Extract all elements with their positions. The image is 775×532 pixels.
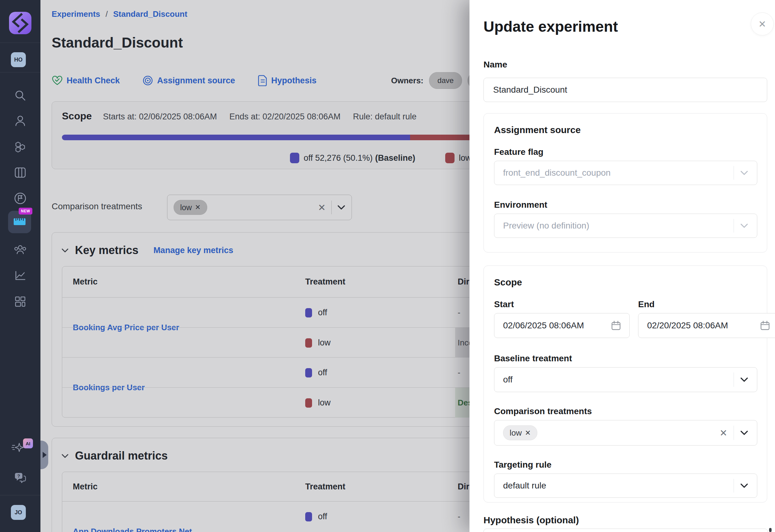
- assignment-source-title: Assignment source: [494, 125, 581, 135]
- collapse-chevron-icon[interactable]: [61, 248, 69, 253]
- clear-select-icon[interactable]: ✕: [720, 428, 727, 438]
- treatment-name: low: [318, 388, 331, 418]
- legend-swatch-off: [290, 153, 299, 163]
- svg-text:?: ?: [17, 473, 20, 479]
- col-metric: Metric: [73, 266, 98, 297]
- flag-circle-icon[interactable]: [13, 192, 27, 205]
- scope-ends-at: Ends at: 02/20/2025 08:06AM: [229, 112, 340, 122]
- breadcrumb-separator: /: [105, 9, 108, 19]
- remove-tag-icon[interactable]: ✕: [525, 429, 531, 437]
- name-input[interactable]: Standard_Discount: [484, 78, 767, 102]
- chevron-down-icon[interactable]: [337, 205, 345, 210]
- chevron-down-icon: [740, 483, 748, 488]
- hypothesis-textarea[interactable]: [484, 529, 768, 532]
- breadcrumb: Experiments / Standard_Discount: [52, 9, 187, 19]
- health-check-link[interactable]: Health Check: [52, 75, 120, 86]
- baseline-treatment-select[interactable]: off: [494, 367, 757, 392]
- treatment-name: low: [318, 328, 331, 358]
- clear-select-icon[interactable]: ✕: [318, 202, 326, 213]
- comparison-treatments-label: Comparison treatments: [52, 201, 142, 211]
- calendar-icon[interactable]: [760, 321, 770, 331]
- drawer-title: Update experiment: [484, 18, 618, 35]
- hypothesis-link[interactable]: Hypothesis: [257, 75, 317, 86]
- treatment-swatch-off: [305, 512, 312, 521]
- collapse-chevron-icon[interactable]: [61, 454, 69, 458]
- comparison-treatments-select[interactable]: low ✕ ✕: [494, 420, 757, 446]
- ruler-icon: [13, 217, 26, 227]
- scope-rule: Rule: default rule: [353, 112, 417, 122]
- ai-badge: AI: [23, 438, 33, 448]
- user-avatar-badge[interactable]: JO: [11, 505, 26, 520]
- sidebar-divider: [0, 43, 40, 43]
- dashboard-grid-icon[interactable]: [13, 295, 27, 308]
- end-label: End: [638, 299, 655, 309]
- comparison-treatments-select[interactable]: low ✕ ✕: [167, 195, 352, 220]
- treatment-swatch-low: [305, 398, 312, 408]
- sidebar-divider: [0, 72, 40, 72]
- treatment-tag-label: low: [180, 203, 192, 212]
- feature-flag-value: front_end_discount_coupon: [503, 168, 611, 178]
- treatment-name: off: [318, 502, 327, 531]
- targeting-rule-select[interactable]: default rule: [494, 474, 757, 498]
- scope-title: Scope: [494, 277, 522, 288]
- search-icon[interactable]: [13, 89, 27, 102]
- treatment-tag-low[interactable]: low ✕: [503, 425, 537, 440]
- owners-label: Owners:: [391, 76, 424, 86]
- close-icon[interactable]: ✕: [751, 12, 774, 35]
- start-date-value: 02/06/2025 08:06AM: [503, 321, 584, 331]
- treatment-swatch-off: [305, 308, 312, 317]
- chevron-down-icon: [740, 430, 748, 435]
- key-metrics-title: Key metrics: [75, 244, 138, 257]
- expand-arrow-icon: [43, 452, 47, 458]
- people-icon[interactable]: [13, 243, 27, 257]
- breadcrumb-current[interactable]: Standard_Discount: [113, 9, 187, 19]
- hexagons-icon[interactable]: [13, 140, 27, 154]
- new-badge: NEW: [19, 208, 32, 215]
- chevron-down-icon: [740, 223, 748, 228]
- allocation-segment-off: [62, 135, 410, 140]
- treatment-tag-low[interactable]: low ✕: [174, 200, 207, 215]
- end-date-input[interactable]: 02/20/2025 08:06AM: [638, 313, 775, 338]
- environment-value: Preview (no definition): [503, 221, 589, 231]
- project-badge[interactable]: HO: [11, 52, 26, 67]
- comparison-treatments-label: Comparison treatments: [494, 406, 592, 416]
- legend-label-off: off 52,276 (50.1%): [304, 153, 373, 163]
- sidebar: HO NEW: [0, 0, 40, 532]
- end-date-value: 02/20/2025 08:06AM: [647, 321, 728, 331]
- allocation-legend: off 52,276 (50.1%) (Baseline) low: [290, 153, 471, 163]
- start-label: Start: [494, 299, 514, 309]
- treatment-swatch-off: [305, 368, 312, 377]
- treatment-name: off: [318, 358, 327, 387]
- assignment-source-card: Assignment source Feature flag front_end…: [484, 113, 767, 252]
- app-window: HO NEW: [0, 0, 775, 532]
- drawer-scrollbar[interactable]: [769, 528, 772, 532]
- remove-tag-icon[interactable]: ✕: [195, 203, 201, 211]
- sidebar-expand-handle[interactable]: [40, 441, 48, 469]
- help-chat-icon[interactable]: ?: [13, 471, 27, 485]
- user-icon[interactable]: [13, 114, 27, 127]
- chevron-down-icon: [740, 170, 748, 175]
- hypothesis-label: Hypothesis: [271, 76, 317, 86]
- col-metric: Metric: [73, 472, 98, 501]
- start-date-input[interactable]: 02/06/2025 08:06AM: [494, 313, 630, 338]
- page-title: Standard_Discount: [52, 34, 183, 51]
- col-treatment: Treatment: [305, 472, 345, 501]
- manage-key-metrics-link[interactable]: Manage key metrics: [153, 246, 233, 255]
- baseline-treatment-value: off: [503, 375, 513, 385]
- line-chart-icon[interactable]: [13, 269, 27, 282]
- select-divider: [331, 201, 332, 214]
- app-logo-icon[interactable]: [8, 11, 32, 35]
- targeting-rule-value: default rule: [503, 481, 546, 491]
- col-treatment: Treatment: [305, 266, 345, 297]
- feature-flag-select[interactable]: front_end_discount_coupon: [494, 161, 757, 185]
- calendar-icon[interactable]: [611, 321, 621, 331]
- heart-check-icon: [52, 75, 63, 86]
- owner-chip[interactable]: dave: [429, 72, 462, 89]
- treatment-swatch-low: [305, 338, 312, 348]
- environment-select[interactable]: Preview (no definition): [494, 214, 757, 238]
- assignment-source-link[interactable]: Assignment source: [142, 75, 235, 86]
- breadcrumb-experiments[interactable]: Experiments: [52, 9, 100, 19]
- scope-starts-at: Starts at: 02/06/2025 08:06AM: [103, 112, 217, 122]
- hypothesis-label: Hypothesis (optional): [484, 515, 579, 525]
- columns-icon[interactable]: [13, 166, 27, 179]
